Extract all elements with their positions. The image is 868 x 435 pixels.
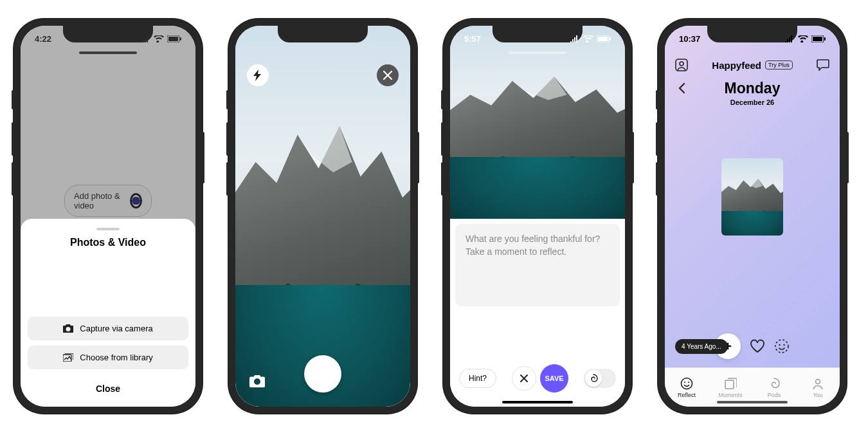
spiral-toggle[interactable] [584,369,616,388]
tab-you[interactable]: You [796,368,840,407]
home-indicator[interactable] [502,401,573,403]
date-subtitle: December 26 [730,98,775,106]
flip-camera-button[interactable] [249,375,265,387]
spiral-icon [589,374,598,383]
day-title: Monday [725,80,781,97]
close-camera-button[interactable] [377,64,399,86]
svg-point-11 [680,62,683,66]
flash-icon [253,69,262,81]
heart-icon [750,339,765,353]
card-thumbnail [721,158,783,236]
stack-icon [724,377,737,390]
app-header: Happyfeed Try Plus [665,54,840,76]
phone-2 [229,19,417,413]
status-time: 5:57 [464,34,481,44]
try-plus-badge[interactable]: Try Plus [765,60,793,69]
tab-label: You [813,392,822,398]
tab-reflect[interactable]: Reflect [665,368,709,407]
svg-rect-8 [813,37,822,41]
home-indicator[interactable] [717,401,788,403]
tab-label: Reflect [678,392,696,398]
favorite-button[interactable] [750,339,765,353]
close-button[interactable]: Close [96,384,120,394]
profile-icon [675,59,688,71]
capture-camera-button[interactable]: Capture via camera [28,317,188,340]
status-icons [570,35,611,42]
chat-button[interactable] [817,59,829,71]
drag-handle[interactable] [79,51,137,54]
capture-label: Capture via camera [80,324,152,333]
profile-button[interactable] [675,59,688,71]
drag-handle[interactable] [509,51,566,54]
status-time: 4:22 [35,34,51,44]
camera-flip-icon [249,375,265,387]
close-icon [520,375,528,382]
mood-button[interactable] [774,338,790,354]
discard-button[interactable] [512,366,536,391]
spiral-icon [768,377,781,390]
reflection-input[interactable]: What are you feeling thankful for? Take … [455,224,620,306]
svg-point-17 [688,381,689,382]
choose-library-button[interactable]: Choose from library [28,346,188,369]
app-title: Happyfeed [712,60,761,71]
smiley-icon [680,377,693,390]
library-label: Choose from library [80,353,152,362]
record-dot-icon [130,193,142,208]
sheet-handle[interactable] [96,228,120,230]
chat-icon [817,59,829,71]
svg-point-12 [775,340,788,353]
svg-rect-1 [168,37,178,41]
camera-icon [63,324,73,333]
phone-4: 10:37 Happyfeed Try Plus [658,19,846,413]
sheet-title: Photos & Video [70,237,146,248]
status-icons [784,35,826,42]
shutter-button[interactable] [304,355,341,393]
svg-point-15 [682,378,692,389]
status-icons [140,35,181,42]
svg-rect-9 [824,37,826,41]
tab-label: Pods [768,392,781,398]
status-time: 10:37 [679,34,700,44]
svg-rect-2 [180,37,181,41]
add-photo-video-button[interactable]: Add photo & video [64,185,152,217]
svg-rect-10 [676,59,687,71]
svg-point-16 [684,381,685,382]
svg-point-14 [783,344,784,346]
person-icon [811,377,824,390]
close-icon [383,71,392,80]
svg-rect-5 [598,37,608,41]
add-photo-label: Add photo & video [74,191,123,210]
library-icon [63,353,73,362]
save-button[interactable]: SAVE [540,364,568,393]
years-ago-pill[interactable]: 4 Years Ago... [675,339,728,354]
tab-label: Moments [718,392,742,398]
svg-point-19 [816,379,820,384]
chevron-left-icon [678,82,685,94]
back-button[interactable] [678,82,685,94]
flash-toggle[interactable] [247,64,269,86]
phone-3: 5:57 What are you feeling thankful for? … [444,19,631,413]
svg-rect-18 [725,380,734,389]
smiley-dashed-icon [774,338,790,354]
svg-rect-6 [610,37,611,41]
svg-point-13 [779,344,780,346]
hint-button[interactable]: Hint? [459,369,496,388]
action-sheet: Photos & Video Capture via camera Choose… [21,219,195,407]
phone-1: 4:22 Add photo & video Photos & Video Ca… [14,19,202,413]
